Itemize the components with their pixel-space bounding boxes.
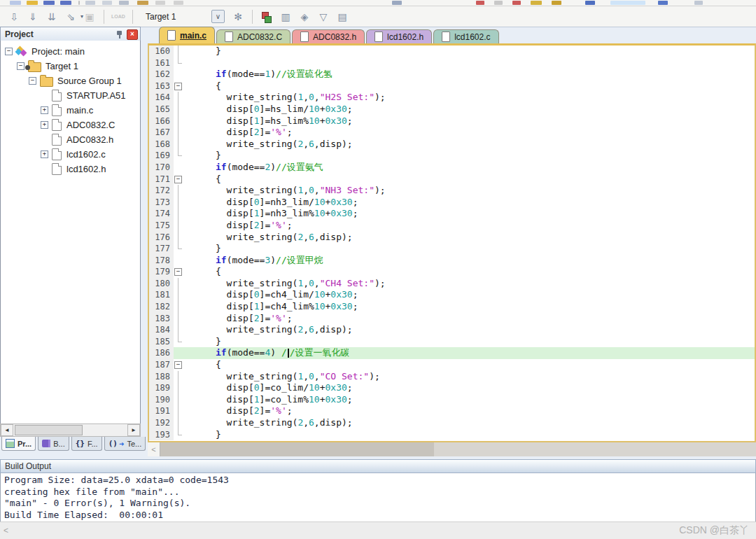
code-text[interactable]: write_string(2,6,disp); (183, 139, 755, 150)
code-text[interactable]: disp[1]=nh3_lim%10+0x30; (183, 208, 755, 220)
code-text[interactable]: disp[0]=hs_lim/10+0x30; (183, 104, 755, 115)
code-text[interactable]: disp[0]=ch4_lim/10+0x30; (183, 289, 755, 301)
editor-tab-lcd1602-c[interactable]: lcd1602.c (433, 29, 498, 43)
tree-item-project-main[interactable]: −Project: main (1, 44, 140, 59)
windows-icon[interactable]: ▥ (277, 9, 294, 24)
editor-tab-adc0832-c[interactable]: ADC0832.C (216, 29, 290, 43)
tree-item-main-c[interactable]: +main.c (1, 103, 140, 118)
fold-margin (174, 69, 183, 80)
editor-tab-adc0832-h[interactable]: ADC0832.h (292, 29, 365, 43)
scroll-left-arrow[interactable]: < (4, 526, 679, 536)
expand-icon[interactable]: + (41, 106, 48, 114)
code-line-164: 164 write_string(1,0,"H2S Set:"); (149, 92, 755, 104)
fold-margin[interactable]: − (174, 80, 183, 92)
code-text[interactable]: write_string(2,6,disp); (183, 324, 755, 336)
fold-margin (174, 417, 183, 429)
code-text[interactable]: disp[0]=co_lim/10+0x30; (183, 382, 755, 394)
code-text[interactable] (183, 57, 755, 69)
fold-margin[interactable]: − (174, 359, 183, 371)
code-text[interactable]: disp[1]=ch4_lim%10+0x30; (183, 301, 755, 313)
file-icon (374, 31, 383, 42)
code-text[interactable]: { (183, 359, 755, 371)
diamond-icon[interactable]: ◈ (296, 9, 313, 24)
books-icon[interactable]: ▤ (334, 9, 351, 24)
toolbar-icon-fragment (610, 1, 645, 5)
project-horizontal-scrollbar[interactable]: ◄ ► (0, 424, 141, 437)
line-number: 186 (149, 347, 174, 359)
manage-items-icon[interactable] (258, 9, 275, 24)
target-select[interactable]: Target 1∨ (141, 10, 225, 23)
pin-icon[interactable] (115, 30, 124, 39)
code-text[interactable]: disp[2]='%'; (183, 220, 755, 232)
fold-margin (174, 220, 183, 232)
code-text[interactable]: disp[1]=co_lim%10+0x30; (183, 394, 755, 406)
collapse-icon[interactable]: − (5, 48, 13, 55)
code-editor[interactable]: 160 }161162 if(mode==1)//设置硫化氢163− {164 … (148, 43, 756, 442)
tree-item-source-group-1[interactable]: −Source Group 1 (1, 74, 140, 88)
close-icon[interactable]: × (127, 29, 138, 40)
code-text[interactable]: } (183, 243, 755, 255)
expand-icon[interactable]: + (41, 150, 48, 158)
funnel-icon[interactable]: ▽ (315, 9, 332, 24)
scrollbar-thumb[interactable] (15, 425, 83, 435)
code-text[interactable]: write_string(1,0,"CO Set:"); (183, 371, 755, 383)
code-text[interactable]: disp[2]='%'; (183, 313, 755, 325)
editor-horizontal-scrollbar[interactable]: < (148, 442, 756, 456)
code-text[interactable]: write_string(2,6,disp); (183, 232, 755, 244)
code-text[interactable]: } (183, 46, 755, 57)
expand-icon[interactable]: + (41, 121, 48, 129)
workspace-tab-b[interactable]: B... (38, 437, 69, 451)
workspace-tab-f[interactable]: {}F... (71, 437, 102, 451)
fold-collapse-icon[interactable]: − (174, 268, 182, 276)
tree-item-target-1[interactable]: −Target 1 (1, 59, 140, 74)
fold-collapse-icon[interactable]: − (174, 361, 182, 369)
code-text[interactable]: write_string(2,6,disp); (183, 417, 755, 429)
fold-collapse-icon[interactable]: − (174, 176, 182, 183)
scroll-right-arrow[interactable]: ► (127, 424, 140, 436)
templates-tab-icon: () (108, 439, 118, 448)
options-for-target-icon[interactable]: ✻ (230, 9, 246, 24)
code-text[interactable]: if(mode==3)//设置甲烷 (183, 255, 755, 267)
code-text[interactable]: } (183, 429, 755, 441)
fold-margin[interactable]: − (174, 266, 183, 278)
code-line-179: 179− { (149, 266, 755, 278)
code-text[interactable]: disp[2]='%'; (183, 127, 755, 139)
code-text[interactable]: if(mode==4) //设置一氧化碳 (183, 347, 755, 359)
code-text[interactable]: { (183, 80, 755, 92)
code-text[interactable]: write_string(1,0,"NH3 Set:"); (183, 185, 755, 197)
fold-margin (174, 232, 183, 244)
code-text[interactable]: write_string(1,0,"CH4 Set:"); (183, 278, 755, 290)
scroll-left-arrow[interactable]: ◄ (1, 424, 13, 436)
scrollbar-thumb[interactable] (160, 442, 434, 456)
fold-collapse-icon[interactable]: − (174, 83, 182, 90)
code-text[interactable]: } (183, 150, 755, 162)
code-text[interactable]: if(mode==2)//设置氨气 (183, 162, 755, 174)
editor-tab-main-c[interactable]: main.c (159, 27, 215, 43)
batch-build-icon[interactable]: ⇘▾ (62, 9, 79, 24)
scroll-left-arrow[interactable]: < (148, 442, 160, 456)
fold-margin[interactable]: − (174, 174, 183, 186)
editor-tab-lcd1602-h[interactable]: lcd1602.h (366, 29, 432, 43)
code-text[interactable]: disp[2]='%'; (183, 405, 755, 417)
code-text[interactable]: { (183, 174, 755, 186)
fold-line (178, 324, 178, 336)
rebuild-icon[interactable]: ⇊ (43, 9, 60, 24)
tree-item-startup-a51[interactable]: STARTUP.A51 (1, 88, 140, 103)
tree-item-lcd1602-c[interactable]: +lcd1602.c (1, 147, 140, 162)
collapse-icon[interactable]: − (17, 62, 24, 70)
code-text[interactable]: disp[1]=hs_lim%10+0x30; (183, 115, 755, 127)
tree-item-lcd1602-h[interactable]: lcd1602.h (1, 162, 140, 176)
code-text[interactable]: { (183, 266, 755, 278)
code-text[interactable]: disp[0]=nh3_lim/10+0x30; (183, 197, 755, 209)
workspace-tab-pr[interactable]: Pr... (1, 437, 36, 451)
tree-item-adc0832-c[interactable]: +ADC0832.C (1, 118, 140, 132)
code-text[interactable]: write_string(1,0,"H2S Set:"); (183, 92, 755, 104)
collapse-icon[interactable]: − (29, 77, 36, 85)
code-text[interactable]: } (183, 336, 755, 348)
workspace-tab-te[interactable]: ()➜Te... (104, 437, 146, 451)
translate-icon[interactable]: ⇩ (6, 9, 22, 24)
chevron-down-icon[interactable]: ∨ (211, 10, 225, 23)
tree-item-adc0832-h[interactable]: ADC0832.h (1, 132, 140, 147)
build-icon[interactable]: ⇓ (24, 9, 41, 24)
code-text[interactable]: if(mode==1)//设置硫化氢 (183, 69, 755, 80)
